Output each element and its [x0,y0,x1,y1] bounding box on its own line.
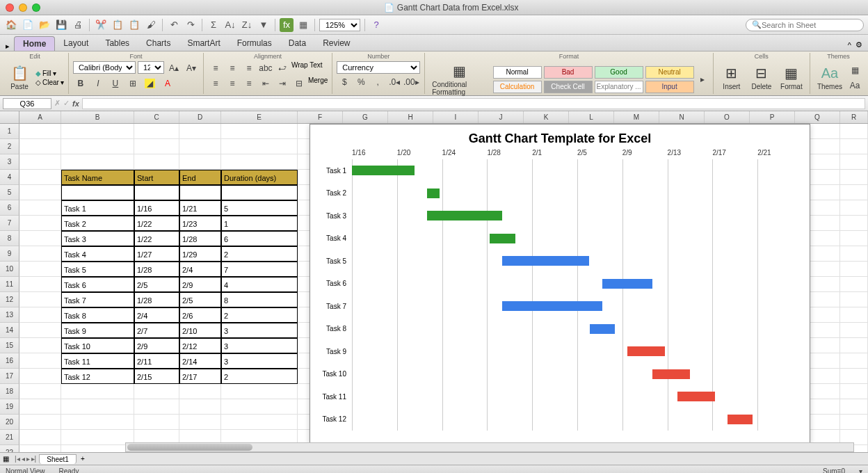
cell-R4[interactable] [840,170,868,185]
col-header-O[interactable]: O [705,111,750,123]
decrease-font-button[interactable]: A▾ [184,61,199,75]
row-header-22[interactable]: 22 [0,445,19,452]
comma-button[interactable]: , [370,75,385,89]
row-header-4[interactable]: 4 [0,170,19,185]
cell-B1[interactable] [61,124,134,139]
cell-B10[interactable]: Task 5 [61,262,134,277]
cell-A4[interactable] [19,170,61,185]
cell-B4[interactable]: Task Name [61,170,134,185]
font-size-select[interactable]: 12 [138,61,164,74]
increase-font-button[interactable]: A▴ [166,61,182,75]
col-header-J[interactable]: J [479,111,524,123]
cell-C10[interactable]: 1/28 [134,262,179,277]
percent-button[interactable]: % [353,75,369,89]
cell-E4[interactable]: Duration (days) [221,170,298,185]
tab-prev-icon[interactable]: ◂ [22,455,25,463]
enter-icon[interactable]: ✓ [63,99,70,108]
cell-A16[interactable] [19,353,61,369]
paste-button[interactable]: 📋Paste [6,63,33,92]
row-header-14[interactable]: 14 [0,323,19,338]
tab-data[interactable]: Data [280,36,314,51]
gantt-bar[interactable] [728,415,753,424]
row-header-10[interactable]: 10 [0,262,19,277]
cell-C13[interactable]: 2/4 [134,307,179,323]
cell-D20[interactable] [179,415,221,430]
cell-E12[interactable]: 8 [221,292,298,307]
cell-E16[interactable]: 3 [221,353,298,369]
cell-E7[interactable]: 1 [221,216,298,231]
cell-D8[interactable]: 1/28 [179,231,221,246]
cell-B11[interactable]: Task 6 [61,277,134,292]
bold-button[interactable]: B [73,77,88,90]
save-icon[interactable]: 💾 [54,18,68,32]
cell-B2[interactable] [61,139,134,154]
cell-C15[interactable]: 2/9 [134,338,179,353]
sort-za-icon[interactable]: Z↓ [240,18,254,32]
cell-D9[interactable]: 1/29 [179,246,221,262]
row-header-3[interactable]: 3 [0,154,19,170]
row-header-17[interactable]: 17 [0,369,19,384]
tab-tables[interactable]: Tables [97,36,138,51]
cell-D13[interactable]: 2/6 [179,307,221,323]
cell-C1[interactable] [134,124,179,139]
horizontal-scrollbar[interactable] [125,442,854,452]
row-header-18[interactable]: 18 [0,384,19,399]
cell-C6[interactable]: 1/16 [134,200,179,216]
cell-D10[interactable]: 2/4 [179,262,221,277]
delete-button[interactable]: ⊟Delete [748,63,775,92]
format-painter-icon[interactable]: 🖌 [144,18,158,32]
cell-C11[interactable]: 2/5 [134,277,179,292]
cell-C16[interactable]: 2/11 [134,353,179,369]
cell-R3[interactable] [840,154,868,170]
doc-icon[interactable]: 📄 [21,18,35,32]
fill-color-button[interactable]: ◢ [143,77,158,90]
cell-C5[interactable] [134,185,179,200]
maximize-icon[interactable] [32,3,40,12]
row-header-8[interactable]: 8 [0,231,19,246]
row-header-21[interactable]: 21 [0,430,19,445]
tab-smartart[interactable]: SmartArt [179,36,228,51]
row-header-1[interactable]: 1 [0,124,19,139]
cell-R19[interactable] [840,399,868,415]
cell-A20[interactable] [19,415,61,430]
italic-button[interactable]: I [90,77,106,90]
col-header-D[interactable]: D [179,111,221,123]
row-header-12[interactable]: 12 [0,292,19,307]
cell-E9[interactable]: 2 [221,246,298,262]
cell-D3[interactable] [179,154,221,170]
col-header-Q[interactable]: Q [795,111,840,123]
col-header-I[interactable]: I [433,111,479,123]
cell-R8[interactable] [840,231,868,246]
cell-D11[interactable]: 2/9 [179,277,221,292]
cell-A5[interactable] [19,185,61,200]
redo-icon[interactable]: ↷ [184,18,198,32]
cell-B21[interactable] [61,430,134,445]
cell-style-explanatory-[interactable]: Explanatory ... [595,81,643,93]
print-icon[interactable]: 🖨 [71,18,85,32]
conditional-formatting-button[interactable]: ▦Conditional Formatting [429,61,490,97]
ribbon-expand-icon[interactable]: ^ [848,41,851,49]
format-button[interactable]: ▦Format [778,63,805,92]
fill-button[interactable]: ◆Fill▾ [35,70,64,77]
cell-E5[interactable] [221,185,298,200]
styles-more-button[interactable]: ▸ [697,72,709,86]
sheet-tab-sheet1[interactable]: Sheet1 [39,454,77,464]
add-sheet-icon[interactable]: + [77,455,89,463]
cell-E8[interactable]: 6 [221,231,298,246]
col-header-G[interactable]: G [343,111,388,123]
autosum-icon[interactable]: Σ [207,18,220,32]
number-format-select[interactable]: Currency [337,61,420,74]
cell-B8[interactable]: Task 3 [61,231,134,246]
row-header-11[interactable]: 11 [0,277,19,292]
col-header-F[interactable]: F [298,111,343,123]
undo-icon[interactable]: ↶ [167,18,181,32]
cell-R7[interactable] [840,216,868,231]
cell-A15[interactable] [19,338,61,353]
cell-A8[interactable] [19,231,61,246]
gantt-bar[interactable] [590,324,615,334]
cell-E3[interactable] [221,154,298,170]
align-center-button[interactable]: ≡ [225,77,240,90]
ribbon-settings-icon[interactable]: ⚙ [855,40,862,49]
cell-E15[interactable]: 3 [221,338,298,353]
zoom-select[interactable]: 125% [319,19,360,31]
